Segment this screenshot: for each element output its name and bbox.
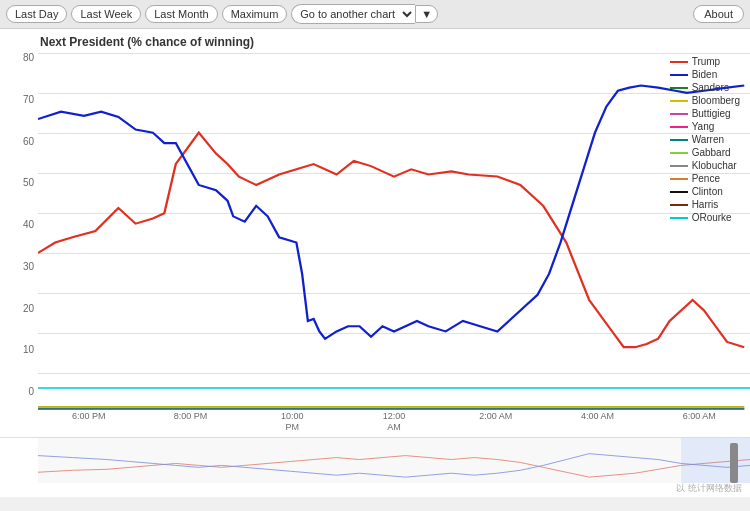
goto-dropdown-button[interactable]: ▼ <box>415 5 438 23</box>
maximum-button[interactable]: Maximum <box>222 5 288 23</box>
legend-warren: Warren <box>670 134 740 145</box>
legend-orourke-label: ORourke <box>692 212 732 223</box>
orourke-color <box>670 217 688 219</box>
y-label-80: 80 <box>23 53 34 63</box>
mini-chart-inner <box>38 438 750 483</box>
gabbard-color <box>670 152 688 154</box>
bloomberg-color <box>670 100 688 102</box>
legend-warren-label: Warren <box>692 134 724 145</box>
y-label-10: 10 <box>23 345 34 355</box>
klobuchar-color <box>670 165 688 167</box>
legend-biden-label: Biden <box>692 69 718 80</box>
legend-klobuchar: Klobuchar <box>670 160 740 171</box>
legend-harris-label: Harris <box>692 199 719 210</box>
last-month-button[interactable]: Last Month <box>145 5 217 23</box>
legend-klobuchar-label: Klobuchar <box>692 160 737 171</box>
legend-clinton-label: Clinton <box>692 186 723 197</box>
watermark: 以 统计网络数据 <box>676 482 742 495</box>
chart-title: Next President (% chance of winning) <box>40 35 750 49</box>
goto-select[interactable]: Go to another chart <box>291 4 415 24</box>
x-label-10pm: 10:00PM <box>241 411 343 433</box>
x-label-8pm: 8:00 PM <box>140 411 242 433</box>
x-label-6pm: 6:00 PM <box>38 411 140 433</box>
legend-gabbard: Gabbard <box>670 147 740 158</box>
legend-harris: Harris <box>670 199 740 210</box>
x-label-6am: 6:00 AM <box>648 411 750 433</box>
y-axis: 80 70 60 50 40 30 20 10 0 <box>0 51 38 411</box>
x-label-2am: 2:00 AM <box>445 411 547 433</box>
legend-bloomberg: Bloomberg <box>670 95 740 106</box>
biden-line <box>38 86 744 339</box>
y-label-50: 50 <box>23 178 34 188</box>
legend-yang: Yang <box>670 121 740 132</box>
legend-sanders-label: Sanders <box>692 82 729 93</box>
y-label-60: 60 <box>23 137 34 147</box>
legend-bloomberg-label: Bloomberg <box>692 95 740 106</box>
x-label-12am: 12:00AM <box>343 411 445 433</box>
legend-biden: Biden <box>670 69 740 80</box>
buttigieg-color <box>670 113 688 115</box>
y-label-70: 70 <box>23 95 34 105</box>
last-week-button[interactable]: Last Week <box>71 5 141 23</box>
yang-color <box>670 126 688 128</box>
x-label-4am: 4:00 AM <box>547 411 649 433</box>
legend-pence-label: Pence <box>692 173 720 184</box>
warren-color <box>670 139 688 141</box>
toolbar: Last Day Last Week Last Month Maximum Go… <box>0 0 750 29</box>
last-day-button[interactable]: Last Day <box>6 5 67 23</box>
y-label-0: 0 <box>28 387 34 397</box>
chart-wrapper: Next President (% chance of winning) 80 … <box>0 29 750 437</box>
legend-clinton: Clinton <box>670 186 740 197</box>
chart-svg <box>38 51 750 411</box>
legend-buttigieg: Buttigieg <box>670 108 740 119</box>
mini-chart-svg <box>38 438 750 483</box>
biden-color <box>670 74 688 76</box>
legend-orourke: ORourke <box>670 212 740 223</box>
harris-color <box>670 204 688 206</box>
selector-handle[interactable] <box>730 443 738 483</box>
legend-sanders: Sanders <box>670 82 740 93</box>
pence-color <box>670 178 688 180</box>
legend: Trump Biden Sanders Bloomberg Buttigieg <box>670 56 740 223</box>
legend-pence: Pence <box>670 173 740 184</box>
legend-gabbard-label: Gabbard <box>692 147 731 158</box>
y-label-30: 30 <box>23 262 34 272</box>
chart-area: 80 70 60 50 40 30 20 10 0 <box>0 51 750 411</box>
legend-buttigieg-label: Buttigieg <box>692 108 731 119</box>
sanders-color <box>670 87 688 89</box>
legend-trump: Trump <box>670 56 740 67</box>
mini-chart[interactable]: M J S 2018 M M J S 2019 M M S 2020 M J S… <box>0 437 750 497</box>
legend-yang-label: Yang <box>692 121 715 132</box>
y-label-20: 20 <box>23 304 34 314</box>
chart-plot-area: Trump Biden Sanders Bloomberg Buttigieg <box>38 51 750 411</box>
x-axis: 6:00 PM 8:00 PM 10:00PM 12:00AM 2:00 AM … <box>38 411 750 437</box>
trump-color <box>670 61 688 63</box>
clinton-color <box>670 191 688 193</box>
legend-trump-label: Trump <box>692 56 721 67</box>
goto-container: Go to another chart ▼ <box>291 4 438 24</box>
trump-line <box>38 133 744 348</box>
mini-selection <box>681 438 750 483</box>
about-button[interactable]: About <box>693 5 744 23</box>
y-label-40: 40 <box>23 220 34 230</box>
